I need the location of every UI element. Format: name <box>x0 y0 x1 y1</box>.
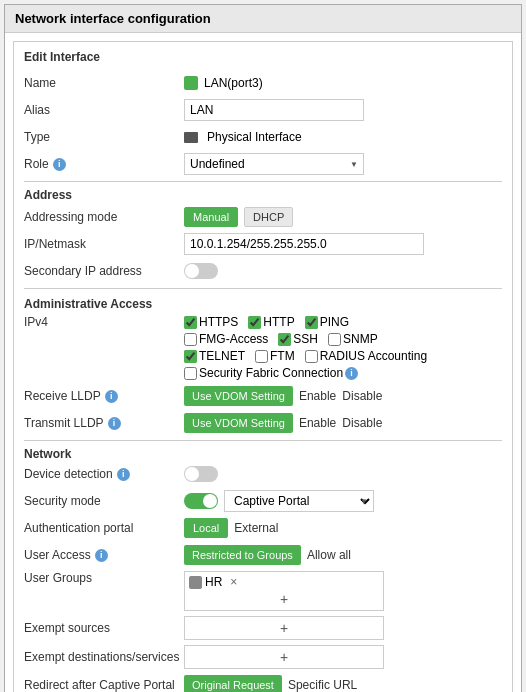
edit-interface-title: Edit Interface <box>24 50 502 64</box>
transmit-lldp-vdom-btn[interactable]: Use VDOM Setting <box>184 413 293 433</box>
name-value: LAN(port3) <box>184 76 502 90</box>
local-btn[interactable]: Local <box>184 518 228 538</box>
secondary-ip-toggle[interactable] <box>184 263 218 279</box>
secondary-ip-row: Secondary IP address <box>24 260 502 282</box>
auth-portal-label: Authentication portal <box>24 521 184 535</box>
ping-checkbox[interactable] <box>305 316 318 329</box>
exempt-sources-value: + <box>184 616 502 640</box>
receive-lldp-vdom-btn[interactable]: Use VDOM Setting <box>184 386 293 406</box>
ipv4-checkboxes: HTTPS HTTP PING FMG-Access <box>184 315 502 380</box>
user-access-label: User Access i <box>24 548 184 562</box>
exempt-sources-row: Exempt sources + <box>24 616 502 640</box>
role-label: Role i <box>24 157 184 171</box>
ip-netmask-row: IP/Netmask <box>24 233 502 255</box>
edit-interface-box: Edit Interface Name LAN(port3) Alias Typ… <box>13 41 513 692</box>
https-checkbox[interactable] <box>184 316 197 329</box>
fmg-access-checkbox-label[interactable]: FMG-Access <box>184 332 268 346</box>
original-request-btn[interactable]: Original Request <box>184 675 282 692</box>
addressing-mode-row: Addressing mode Manual DHCP <box>24 206 502 228</box>
ip-netmask-input[interactable] <box>184 233 424 255</box>
manual-btn[interactable]: Manual <box>184 207 238 227</box>
device-detection-toggle[interactable] <box>184 466 218 482</box>
transmit-lldp-label: Transmit LLDP i <box>24 416 184 430</box>
restricted-groups-btn[interactable]: Restricted to Groups <box>184 545 301 565</box>
ipv4-label: IPv4 <box>24 315 184 329</box>
transmit-lldp-row: Transmit LLDP i Use VDOM Setting Enable … <box>24 412 502 434</box>
receive-lldp-enable[interactable]: Enable <box>299 389 336 403</box>
addressing-mode-label: Addressing mode <box>24 210 184 224</box>
security-mode-select-wrapper: None Captive Portal 802.1X <box>224 490 374 512</box>
fmg-access-checkbox[interactable] <box>184 333 197 346</box>
remove-hr-btn[interactable]: × <box>230 575 237 589</box>
transmit-lldp-info-icon[interactable]: i <box>108 417 121 430</box>
security-mode-toggle[interactable] <box>184 493 218 509</box>
ssh-checkbox[interactable] <box>278 333 291 346</box>
role-value: Undefined LAN WAN DMZ <box>184 153 502 175</box>
alias-input[interactable] <box>184 99 364 121</box>
add-group-row: + <box>189 591 379 607</box>
role-info-icon[interactable]: i <box>53 158 66 171</box>
specific-url-link[interactable]: Specific URL <box>288 678 357 692</box>
http-checkbox[interactable] <box>248 316 261 329</box>
role-select[interactable]: Undefined LAN WAN DMZ <box>184 153 364 175</box>
radius-checkbox-label[interactable]: RADIUS Accounting <box>305 349 427 363</box>
receive-lldp-disable[interactable]: Disable <box>342 389 382 403</box>
snmp-checkbox[interactable] <box>328 333 341 346</box>
security-mode-select[interactable]: None Captive Portal 802.1X <box>224 490 374 512</box>
http-checkbox-label[interactable]: HTTP <box>248 315 294 329</box>
ftm-checkbox-label[interactable]: FTM <box>255 349 295 363</box>
auth-portal-value: Local External <box>184 518 502 538</box>
divider-2 <box>24 288 502 289</box>
redirect-value: Original Request Specific URL <box>184 675 502 692</box>
user-groups-row: User Groups HR × + <box>24 571 502 611</box>
device-detection-info-icon[interactable]: i <box>117 468 130 481</box>
exempt-sources-box: + <box>184 616 384 640</box>
ssh-checkbox-label[interactable]: SSH <box>278 332 318 346</box>
user-access-value: Restricted to Groups Allow all <box>184 545 502 565</box>
ipv4-row: IPv4 HTTPS HTTP PING <box>24 315 502 380</box>
add-group-btn[interactable]: + <box>276 591 292 607</box>
radius-checkbox[interactable] <box>305 350 318 363</box>
alias-row: Alias <box>24 99 502 121</box>
telnet-checkbox-label[interactable]: TELNET <box>184 349 245 363</box>
external-link[interactable]: External <box>234 521 278 535</box>
lan-icon <box>184 76 198 90</box>
user-groups-value: HR × + <box>184 571 502 611</box>
https-checkbox-label[interactable]: HTTPS <box>184 315 238 329</box>
user-groups-label: User Groups <box>24 571 184 585</box>
receive-lldp-info-icon[interactable]: i <box>105 390 118 403</box>
security-mode-value: None Captive Portal 802.1X <box>184 490 502 512</box>
network-section-header: Network <box>24 447 502 461</box>
user-groups-item-row: HR × <box>189 575 379 589</box>
security-fabric-checkbox-label[interactable]: Security Fabric Connection i <box>184 366 358 380</box>
ftm-checkbox[interactable] <box>255 350 268 363</box>
allow-all-link[interactable]: Allow all <box>307 548 351 562</box>
main-container: Network interface configuration Edit Int… <box>4 4 522 692</box>
type-value: Physical Interface <box>184 130 502 144</box>
snmp-checkbox-label[interactable]: SNMP <box>328 332 378 346</box>
receive-lldp-row: Receive LLDP i Use VDOM Setting Enable D… <box>24 385 502 407</box>
exempt-dest-label: Exempt destinations/services <box>24 650 184 664</box>
transmit-lldp-value: Use VDOM Setting Enable Disable <box>184 413 502 433</box>
name-text: LAN(port3) <box>204 76 263 90</box>
type-label: Type <box>24 130 184 144</box>
dhcp-btn[interactable]: DHCP <box>244 207 293 227</box>
transmit-lldp-enable[interactable]: Enable <box>299 416 336 430</box>
secondary-ip-value <box>184 263 502 279</box>
divider-3 <box>24 440 502 441</box>
admin-access-header: Administrative Access <box>24 297 502 311</box>
type-icon <box>184 132 198 143</box>
exempt-dest-box: + <box>184 645 384 669</box>
user-access-info-icon[interactable]: i <box>95 549 108 562</box>
exempt-dest-add-btn[interactable]: + <box>276 649 292 665</box>
ipv4-row1: HTTPS HTTP PING <box>184 315 349 329</box>
ping-checkbox-label[interactable]: PING <box>305 315 349 329</box>
name-row: Name LAN(port3) <box>24 72 502 94</box>
security-fabric-info-icon[interactable]: i <box>345 367 358 380</box>
telnet-checkbox[interactable] <box>184 350 197 363</box>
exempt-sources-add-btn[interactable]: + <box>276 620 292 636</box>
security-fabric-checkbox[interactable] <box>184 367 197 380</box>
ip-netmask-value <box>184 233 502 255</box>
security-mode-row: Security mode None Captive Portal 802.1X <box>24 490 502 512</box>
transmit-lldp-disable[interactable]: Disable <box>342 416 382 430</box>
